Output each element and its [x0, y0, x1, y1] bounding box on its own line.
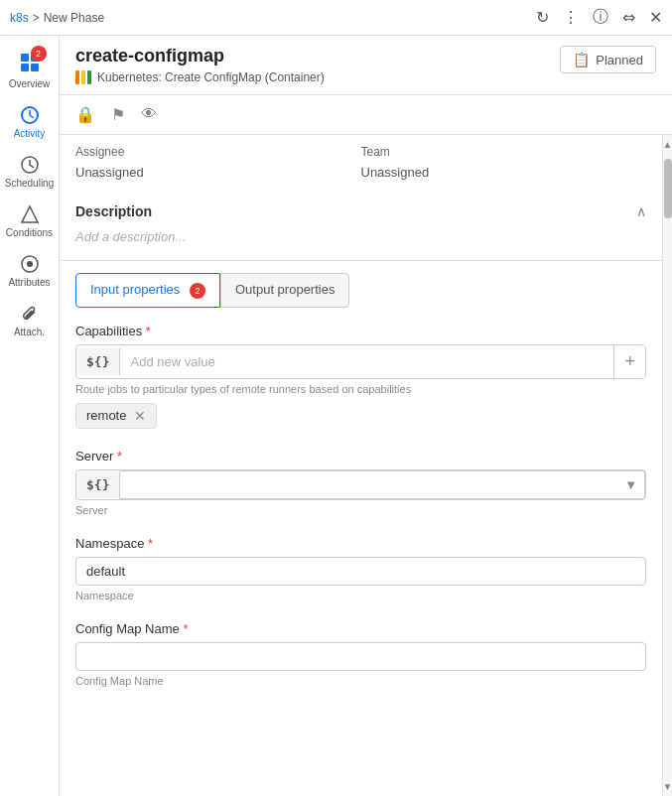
- tag-remote: remote ✕: [75, 403, 157, 429]
- subtitle-text: Kubernetes: Create ConfigMap (Container): [97, 70, 325, 84]
- capabilities-input[interactable]: [120, 348, 613, 375]
- more-icon[interactable]: ⋮: [563, 8, 579, 27]
- info-icon[interactable]: ⓘ: [593, 7, 608, 28]
- config-map-name-label: Config Map Name *: [75, 621, 646, 636]
- collapse-icon[interactable]: ∧: [636, 203, 646, 219]
- description-placeholder[interactable]: Add a description...: [75, 229, 646, 244]
- namespace-required: *: [144, 536, 153, 551]
- content-area: create-configmap Kubernetes: Create Conf…: [60, 36, 672, 796]
- capabilities-input-row: ${} +: [75, 344, 646, 379]
- tabs-container: Input properties 2 Output properties: [60, 261, 662, 308]
- activity-label: Activity: [14, 128, 46, 139]
- description-title: Description: [75, 203, 152, 219]
- overview-label: Overview: [9, 78, 51, 89]
- server-prefix: ${}: [76, 471, 120, 498]
- assignee-value[interactable]: Unassigned: [75, 165, 361, 180]
- server-required: *: [113, 449, 122, 464]
- sidebar: 2 Overview Activity Scheduling Condition…: [0, 36, 60, 796]
- header-left: create-configmap Kubernetes: Create Conf…: [75, 46, 325, 84]
- namespace-hint: Namespace: [75, 590, 646, 601]
- config-map-name-input[interactable]: [75, 642, 646, 671]
- sidebar-item-activity[interactable]: Activity: [0, 97, 59, 147]
- capabilities-prefix: ${}: [76, 348, 120, 375]
- svg-rect-2: [21, 64, 29, 71]
- overview-badge: 2: [31, 46, 47, 62]
- overview-icon-wrapper: 2: [19, 52, 41, 75]
- top-bar-actions: ↻ ⋮ ⓘ ⇔ ✕: [536, 7, 662, 28]
- sidebar-item-scheduling[interactable]: Scheduling: [0, 147, 59, 197]
- expand-icon[interactable]: ⇔: [622, 8, 635, 27]
- attributes-icon: [20, 254, 40, 274]
- svg-rect-0: [21, 54, 29, 62]
- scrollbar-track: [663, 154, 672, 777]
- tab-input-label: Input properties: [90, 282, 180, 297]
- breadcrumb: k8s > New Phase: [10, 11, 104, 25]
- sidebar-item-attach[interactable]: Attach.: [0, 296, 59, 345]
- close-icon[interactable]: ✕: [649, 8, 662, 27]
- content-header: create-configmap Kubernetes: Create Conf…: [60, 36, 672, 95]
- scroll-area: Assignee Unassigned Team Unassigned Desc…: [60, 135, 672, 796]
- content-body: Assignee Unassigned Team Unassigned Desc…: [60, 135, 662, 796]
- svg-rect-3: [31, 64, 39, 71]
- tab-output-label: Output properties: [235, 282, 335, 297]
- description-header: Description ∧: [75, 203, 646, 219]
- assignee-label: Assignee: [75, 145, 361, 159]
- server-select-wrapper: ▼: [120, 470, 645, 499]
- server-field: Server * ${} ▼: [75, 449, 646, 516]
- top-bar: k8s > New Phase ↻ ⋮ ⓘ ⇔ ✕: [0, 0, 672, 36]
- conditions-label: Conditions: [6, 227, 53, 238]
- capabilities-field: Capabilities * ${} + Route jobs to parti…: [75, 324, 646, 429]
- namespace-field: Namespace * Namespace: [75, 536, 646, 601]
- lock-icon[interactable]: 🔒: [75, 105, 95, 124]
- team-col: Team Unassigned: [361, 145, 647, 180]
- config-map-name-required: *: [180, 621, 189, 636]
- k8s-icon: [75, 70, 91, 84]
- main-layout: 2 Overview Activity Scheduling Condition…: [0, 36, 672, 796]
- planned-icon: 📋: [573, 52, 590, 67]
- k8s-bar-2: [81, 70, 85, 84]
- team-value[interactable]: Unassigned: [361, 165, 647, 180]
- flag-icon[interactable]: ⚑: [111, 105, 125, 124]
- tab-input-badge: 2: [190, 283, 205, 299]
- k8s-bar-1: [75, 70, 79, 84]
- page-title: create-configmap: [75, 46, 325, 66]
- namespace-input[interactable]: [75, 557, 646, 586]
- attributes-label: Attributes: [8, 277, 50, 288]
- scrollbar-thumb[interactable]: [664, 159, 672, 218]
- scheduling-icon: [20, 155, 40, 175]
- server-select[interactable]: [120, 470, 645, 499]
- scheduling-label: Scheduling: [5, 178, 54, 189]
- capabilities-required: *: [142, 324, 151, 338]
- breadcrumb-separator: >: [33, 11, 40, 25]
- sidebar-item-overview[interactable]: 2 Overview: [0, 44, 59, 97]
- breadcrumb-current: New Phase: [44, 11, 104, 25]
- capabilities-tags: remote ✕: [75, 395, 646, 429]
- tag-remove-icon[interactable]: ✕: [134, 408, 146, 424]
- planned-button[interactable]: 📋 Planned: [560, 46, 656, 73]
- sidebar-item-conditions[interactable]: Conditions: [0, 197, 59, 246]
- planned-label: Planned: [596, 53, 643, 67]
- tab-input-properties[interactable]: Input properties 2: [75, 273, 220, 308]
- tabs: Input properties 2 Output properties: [75, 273, 646, 308]
- conditions-icon: [20, 204, 40, 224]
- namespace-label: Namespace *: [75, 536, 646, 551]
- capabilities-hint: Route jobs to particular types of remote…: [75, 383, 646, 395]
- capabilities-add-button[interactable]: +: [613, 345, 645, 378]
- eye-icon[interactable]: 👁: [141, 105, 157, 124]
- capabilities-prefix-text: ${}: [86, 354, 109, 369]
- sidebar-item-attributes[interactable]: Attributes: [0, 246, 59, 296]
- activity-icon: [20, 105, 40, 125]
- capabilities-label: Capabilities *: [75, 324, 646, 338]
- config-map-name-field: Config Map Name * Config Map Name: [75, 621, 646, 687]
- description-section: Description ∧ Add a description...: [60, 196, 662, 261]
- right-scrollbar: ▲ ▼: [662, 135, 672, 796]
- server-label: Server *: [75, 449, 646, 464]
- tag-remote-text: remote: [86, 408, 126, 423]
- server-hint: Server: [75, 504, 646, 516]
- assignee-section: Assignee Unassigned Team Unassigned: [60, 135, 662, 196]
- refresh-icon[interactable]: ↻: [536, 8, 549, 27]
- svg-marker-6: [22, 206, 38, 222]
- header-subtitle: Kubernetes: Create ConfigMap (Container): [75, 70, 325, 84]
- tab-output-properties[interactable]: Output properties: [220, 273, 349, 308]
- breadcrumb-k8s[interactable]: k8s: [10, 11, 29, 25]
